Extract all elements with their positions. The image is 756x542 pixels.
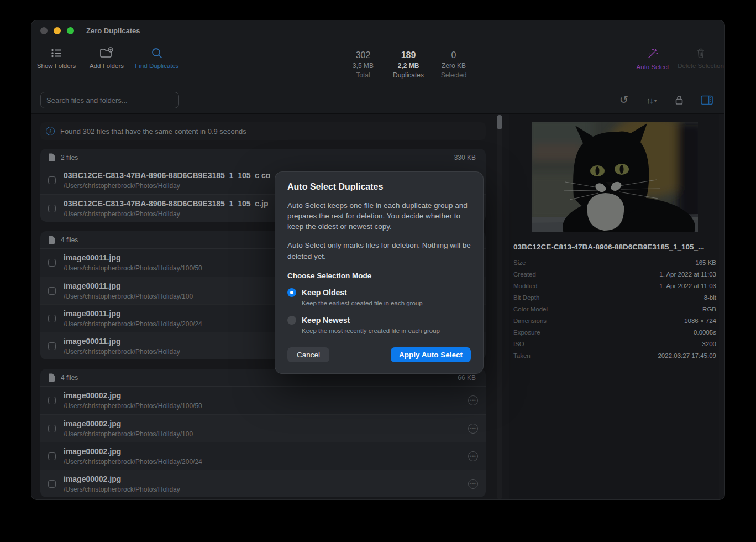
keep-newest-label: Keep Newest (302, 316, 350, 325)
stat-total-label: Total (356, 71, 370, 79)
file-icon (48, 236, 55, 244)
detail-row: Exposure0.0005s (513, 326, 716, 338)
file-checkbox[interactable] (48, 315, 56, 322)
file-checkbox[interactable] (48, 480, 56, 488)
radio-unselected-icon[interactable] (287, 316, 296, 325)
search-icon (151, 47, 163, 59)
more-options-icon[interactable]: ••• (468, 479, 478, 489)
group-file-count: 2 files (61, 154, 78, 161)
delete-selection-button[interactable]: Delete Selection (674, 47, 725, 70)
stat-total: 302 3,5 MB Total (348, 50, 379, 79)
file-path: /Users/christopherbrock/Photos/Holiday/1… (64, 293, 193, 300)
file-row[interactable]: image00002.jpg/Users/christopherbrock/Ph… (40, 414, 486, 442)
file-path: /Users/christopherbrock/Photos/Holiday (64, 348, 180, 356)
dialog-paragraph: Auto Select keeps one file in each dupli… (287, 200, 471, 232)
file-checkbox[interactable] (48, 342, 56, 350)
file-checkbox[interactable] (48, 452, 56, 460)
stat-duplicates: 189 2,2 MB Duplicates (393, 50, 424, 79)
show-folders-button[interactable]: Show Folders (31, 47, 83, 70)
cancel-button[interactable]: Cancel (287, 347, 329, 362)
file-path: /Users/christopherbrock/Photos/Holiday (64, 182, 180, 190)
file-row[interactable]: image00002.jpg/Users/christopherbrock/Ph… (40, 442, 486, 470)
minimize-window-button[interactable] (54, 27, 61, 34)
lock-button[interactable] (671, 92, 687, 108)
file-row[interactable]: image00002.jpg/Users/christopherbrock/Ph… (40, 470, 486, 497)
undo-button[interactable]: ↺ (616, 92, 632, 108)
file-checkbox[interactable] (48, 259, 56, 267)
file-checkbox[interactable] (48, 425, 56, 432)
stat-duplicates-label: Duplicates (393, 71, 424, 79)
file-name: image00002.jpg (64, 419, 121, 428)
magic-wand-icon (646, 47, 659, 60)
file-path: /Users/christopherbrock/Photos/Holiday (64, 210, 180, 218)
group-size: 66 KB (458, 374, 476, 382)
detail-row: Dimensions1086 × 724 (513, 315, 716, 326)
detail-row: Bit Depth8-bit (513, 291, 716, 303)
scrollbar-thumb[interactable] (497, 115, 502, 129)
group-file-count: 4 files (61, 374, 78, 382)
detail-row: Color ModelRGB (513, 303, 716, 315)
group-file-count: 4 files (61, 236, 78, 244)
file-checkbox[interactable] (48, 287, 56, 295)
stat-selected-size: Zero KB (442, 62, 466, 70)
sort-button[interactable]: ↑↓▾ (644, 92, 659, 108)
file-name: image00011.jpg (64, 253, 121, 262)
toolbar: Show Folders Add Folders Find Duplicates… (32, 40, 725, 86)
show-folders-label: Show Folders (37, 62, 76, 70)
file-row[interactable]: image00002.jpg/Users/christopherbrock/Ph… (40, 387, 486, 414)
file-path: /Users/christopherbrock/Photos/Holiday (64, 486, 180, 493)
file-icon (48, 153, 55, 162)
radio-selected-icon[interactable] (287, 288, 296, 297)
file-path: /Users/christopherbrock/Photos/Holiday/2… (64, 320, 202, 328)
stat-total-size: 3,5 MB (353, 62, 374, 70)
stat-selected: 0 Zero KB Selected (438, 50, 469, 79)
file-checkbox[interactable] (48, 176, 56, 184)
stat-selected-label: Selected (441, 71, 467, 79)
more-options-icon[interactable]: ••• (468, 451, 478, 461)
file-name: image00011.jpg (64, 309, 121, 318)
find-duplicates-label: Find Duplicates (135, 62, 179, 70)
search-input[interactable] (40, 92, 179, 108)
stat-duplicates-size: 2,2 MB (398, 62, 419, 70)
preview-image (532, 122, 698, 232)
keep-newest-description: Keep the most recently created file in e… (302, 327, 440, 334)
trash-icon (695, 47, 707, 59)
detail-sidebar: 03BC12CE-C813-47BA-8906-88D6CB9E3185_1_1… (509, 114, 719, 499)
more-options-icon[interactable]: ••• (468, 424, 478, 434)
auto-select-label: Auto Select (637, 63, 669, 71)
sidebar-panel-icon (700, 95, 713, 106)
file-name: 03BC12CE-C813-47BA-8906-88D6CB9E3185_1_1… (64, 199, 268, 208)
file-name: 03BC12CE-C813-47BA-8906-88D6CB9E3185_1_1… (64, 171, 270, 180)
file-path: /Users/christopherbrock/Photos/Holiday/1… (64, 402, 202, 410)
stat-total-count: 302 (356, 50, 371, 60)
selection-mode-heading: Choose Selection Mode (287, 272, 471, 280)
group-header: 2 files 330 KB (40, 149, 486, 166)
detail-row: Size165 KB (513, 257, 716, 268)
auto-select-button[interactable]: Auto Select (626, 47, 679, 71)
file-checkbox[interactable] (48, 397, 56, 404)
titlebar: Zero Duplicates (32, 20, 725, 40)
scrollbar-track[interactable] (497, 114, 502, 499)
add-folders-button[interactable]: Add Folders (80, 47, 133, 70)
keep-oldest-description: Keep the earliest created file in each g… (302, 300, 423, 306)
keep-newest-option[interactable]: Keep Newest Keep the most recently creat… (287, 315, 471, 335)
sort-icon: ↑↓▾ (647, 96, 657, 105)
file-name: image00002.jpg (64, 447, 121, 456)
stat-selected-count: 0 (452, 50, 456, 60)
toggle-sidebar-button[interactable] (699, 92, 715, 108)
find-duplicates-button[interactable]: Find Duplicates (130, 47, 183, 70)
result-banner: i Found 302 files that have the same con… (40, 122, 486, 140)
window-title: Zero Duplicates (86, 27, 140, 35)
stat-duplicates-count: 189 (401, 50, 416, 60)
file-checkbox[interactable] (48, 205, 56, 212)
lock-icon (674, 95, 684, 106)
keep-oldest-option[interactable]: Keep Oldest Keep the earliest created fi… (287, 288, 471, 308)
close-window-button[interactable] (40, 27, 48, 34)
zoom-window-button[interactable] (67, 27, 74, 34)
add-folders-label: Add Folders (90, 62, 124, 70)
apply-auto-select-button[interactable]: Apply Auto Select (391, 347, 471, 362)
dialog-paragraph: Auto Select only marks files for deletio… (287, 240, 471, 261)
more-options-icon[interactable]: ••• (468, 395, 478, 405)
file-name: image00011.jpg (64, 282, 121, 290)
folder-plus-icon (99, 47, 114, 59)
